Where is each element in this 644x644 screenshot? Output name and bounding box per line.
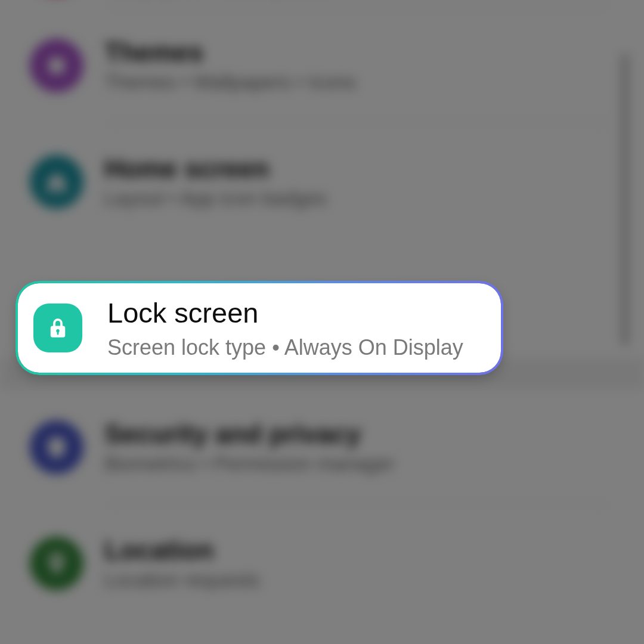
item-subtitle: Location requests bbox=[104, 569, 260, 592]
settings-item-wallpaper[interactable]: Wallpaper and style Wallpapers • Color p… bbox=[0, 0, 644, 7]
item-subtitle: Themes • Wallpapers • Icons bbox=[104, 71, 356, 94]
lock-screen-subtitle: Screen lock type • Always On Display bbox=[107, 335, 463, 360]
item-title: Security and privacy bbox=[104, 419, 395, 449]
settings-item-home-screen[interactable]: Home screen Layout • App icon badges bbox=[0, 123, 644, 240]
item-title: Location bbox=[104, 535, 260, 565]
lock-icon bbox=[33, 304, 82, 352]
settings-item-lock-screen[interactable]: Lock screen Screen lock type • Always On… bbox=[18, 283, 501, 373]
home-screen-icon bbox=[30, 155, 83, 209]
item-subtitle: Biometrics • Permission manager bbox=[104, 453, 395, 475]
settings-item-security-privacy[interactable]: Security and privacy Biometrics • Permis… bbox=[0, 389, 644, 505]
scrollbar[interactable] bbox=[621, 54, 629, 346]
security-icon bbox=[30, 420, 83, 474]
item-title: Themes bbox=[104, 38, 356, 67]
themes-icon bbox=[30, 39, 83, 92]
settings-item-location[interactable]: Location Location requests bbox=[0, 505, 644, 621]
item-title: Home screen bbox=[104, 154, 327, 184]
location-icon bbox=[30, 537, 83, 590]
settings-item-themes[interactable]: Themes Themes • Wallpapers • Icons bbox=[0, 7, 644, 123]
item-subtitle: Layout • App icon badges bbox=[104, 187, 327, 210]
svg-rect-1 bbox=[49, 58, 64, 73]
lock-screen-title: Lock screen bbox=[107, 296, 463, 329]
